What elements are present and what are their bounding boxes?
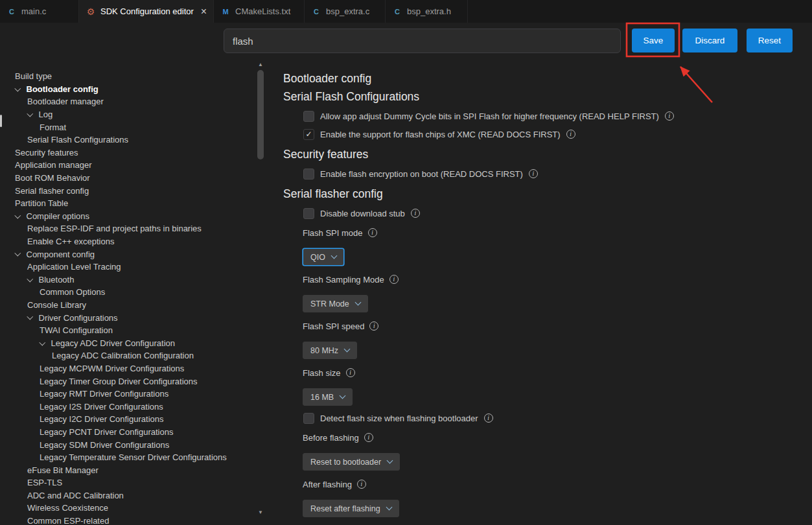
- tree-item-label: Legacy I2C Driver Configurations: [40, 414, 163, 424]
- dropdown-80-mhz[interactable]: 80 MHz: [303, 342, 357, 359]
- info-icon[interactable]: i: [529, 169, 538, 178]
- tree-item-label: Compiler options: [27, 211, 90, 221]
- dropdown-reset-after-flashing[interactable]: Reset after flashing: [303, 500, 399, 517]
- tree-item-label: eFuse Bit Manager: [27, 465, 99, 475]
- sidebar-item-security-features[interactable]: Security features: [0, 146, 254, 159]
- sidebar-item-adc-and-adc-calibration[interactable]: ADC and ADC Calibration: [0, 489, 254, 502]
- tab-main-c[interactable]: Cmain.c: [0, 0, 79, 23]
- tree-item-label: Serial flasher config: [15, 186, 89, 196]
- sidebar-item-compiler-options[interactable]: Compiler options: [0, 210, 254, 223]
- sidebar-item-log[interactable]: Log: [0, 108, 254, 121]
- sidebar-item-replace-esp-idf-and-project-paths-in-binaries[interactable]: Replace ESP-IDF and project paths in bin…: [0, 222, 254, 235]
- dropdown-qio[interactable]: QIO: [303, 248, 344, 266]
- sidebar-item-legacy-sdm-driver-configurations[interactable]: Legacy SDM Driver Configurations: [0, 438, 254, 451]
- dropdown-16-mb[interactable]: 16 MB: [303, 388, 353, 406]
- checkbox-allow-app-adjust-dummy-cycle-bits-in-spi-flash-for-higher-frequency-read-help-first[interactable]: [303, 111, 314, 122]
- checkbox-enable-the-support-for-flash-chips-of-xmc-read-docs-first[interactable]: ✓: [303, 129, 314, 140]
- info-icon[interactable]: i: [369, 321, 378, 331]
- discard-button[interactable]: Discard: [682, 29, 737, 52]
- close-icon[interactable]: ×: [201, 6, 207, 17]
- dropdown-str-mode[interactable]: STR Mode: [303, 295, 368, 312]
- chevron-down-icon[interactable]: [27, 275, 33, 281]
- tree-item-label: Bootloader manager: [27, 97, 104, 106]
- chevron-down-icon[interactable]: [40, 339, 45, 345]
- sidebar-item-common-esp-related[interactable]: Common ESP-related: [0, 515, 254, 525]
- checkbox-detect-flash-size-when-flashing-bootloader[interactable]: [303, 413, 314, 424]
- sidebar-item-bootloader-manager[interactable]: Bootloader manager: [0, 95, 254, 108]
- field-label-flash-size: Flash size: [303, 368, 341, 378]
- sidebar-item-twai-configuration[interactable]: TWAI Configuration: [0, 324, 254, 337]
- info-icon[interactable]: i: [364, 433, 373, 442]
- checkbox-label: Allow app adjust Dummy Cycle bits in SPI…: [320, 111, 659, 121]
- tab-bsp-extra-c[interactable]: Cbsp_extra.c: [305, 0, 386, 23]
- sidebar-item-component-config[interactable]: Component config: [0, 248, 254, 261]
- info-icon[interactable]: i: [346, 368, 355, 377]
- sidebar-item-legacy-i2c-driver-configurations[interactable]: Legacy I2C Driver Configurations: [0, 413, 254, 426]
- info-icon[interactable]: i: [368, 228, 377, 237]
- sidebar-item-bootloader-config[interactable]: Bootloader config: [0, 83, 254, 96]
- dropdown-value: Reset to bootloader: [310, 458, 381, 467]
- tab-sdk-configuration-editor[interactable]: ⚙︎SDK Configuration editor×: [79, 0, 214, 23]
- checkbox-enable-flash-encryption-on-boot-read-docs-first[interactable]: [303, 169, 314, 180]
- info-icon[interactable]: i: [484, 414, 493, 423]
- sidebar-item-legacy-i2s-driver-configurations[interactable]: Legacy I2S Driver Configurations: [0, 400, 254, 413]
- sidebar-item-driver-configurations[interactable]: Driver Configurations: [0, 311, 254, 324]
- sidebar-item-format[interactable]: Format: [0, 121, 254, 134]
- tree-item-label: Build type: [15, 71, 52, 81]
- sidebar-item-legacy-rmt-driver-configurations[interactable]: Legacy RMT Driver Configurations: [0, 388, 254, 401]
- info-icon[interactable]: i: [566, 130, 575, 139]
- chevron-down-icon[interactable]: [15, 250, 21, 256]
- sidebar-item-legacy-pcnt-driver-configurations[interactable]: Legacy PCNT Driver Configurations: [0, 426, 254, 439]
- info-icon[interactable]: i: [389, 275, 399, 284]
- sidebar-item-serial-flasher-config[interactable]: Serial flasher config: [0, 184, 254, 197]
- sidebar-item-efuse-bit-manager[interactable]: eFuse Bit Manager: [0, 463, 254, 476]
- config-form: Bootloader configSerial Flash Configurat…: [283, 62, 812, 525]
- tab-cmakelists-txt[interactable]: MCMakeLists.txt: [214, 0, 305, 23]
- sidebar-item-bluetooth[interactable]: Bluetooth: [0, 274, 254, 286]
- sidebar-item-legacy-timer-group-driver-configurations[interactable]: Legacy Timer Group Driver Configurations: [0, 375, 254, 388]
- save-button[interactable]: Save: [632, 29, 675, 52]
- dropdown-value: QIO: [310, 253, 325, 262]
- sidebar-item-serial-flash-configurations[interactable]: Serial Flash Configurations: [0, 134, 254, 146]
- sidebar-item-build-type[interactable]: Build type: [0, 70, 254, 83]
- chevron-down-icon[interactable]: [15, 212, 21, 218]
- dropdown-reset-to-bootloader[interactable]: Reset to bootloader: [303, 453, 400, 471]
- sidebar-item-legacy-adc-calibration-configuration[interactable]: Legacy ADC Calibration Configuration: [0, 349, 254, 362]
- tree-item-label: Legacy ADC Calibration Configuration: [52, 351, 194, 360]
- chevron-down-icon[interactable]: [27, 110, 33, 116]
- tree-item-label: Legacy MCPWM Driver Configurations: [40, 364, 184, 373]
- checkbox-disable-download-stub[interactable]: [303, 208, 314, 219]
- sidebar-item-legacy-temperature-sensor-driver-configurations[interactable]: Legacy Temperature Sensor Driver Configu…: [0, 451, 254, 464]
- sidebar-item-boot-rom-behavior[interactable]: Boot ROM Behavior: [0, 172, 254, 185]
- reset-button[interactable]: Reset: [747, 29, 793, 52]
- field-label-row: Flash SPI modei: [303, 228, 812, 238]
- sidebar-item-partition-table[interactable]: Partition Table: [0, 197, 254, 210]
- scroll-down-icon[interactable]: ▼: [257, 509, 264, 516]
- search-input[interactable]: [224, 29, 621, 53]
- sidebar-item-legacy-mcpwm-driver-configurations[interactable]: Legacy MCPWM Driver Configurations: [0, 362, 254, 375]
- sidebar-item-enable-c-exceptions[interactable]: Enable C++ exceptions: [0, 235, 254, 248]
- tree-item-label: TWAI Configuration: [40, 325, 113, 335]
- tree-item-label: Legacy Temperature Sensor Driver Configu…: [40, 452, 227, 462]
- sidebar-item-legacy-adc-driver-configuration[interactable]: Legacy ADC Driver Configuration: [0, 336, 254, 349]
- field-label-flash-spi-mode: Flash SPI mode: [303, 228, 363, 238]
- sidebar-item-common-options[interactable]: Common Options: [0, 286, 254, 299]
- sidebar-item-console-library[interactable]: Console Library: [0, 299, 254, 312]
- info-icon[interactable]: i: [357, 480, 366, 489]
- sidebar-item-application-level-tracing[interactable]: Application Level Tracing: [0, 261, 254, 274]
- info-icon[interactable]: i: [411, 209, 420, 218]
- sidebar-item-application-manager[interactable]: Application manager: [0, 159, 254, 172]
- tab-bsp-extra-h[interactable]: Cbsp_extra.h: [386, 0, 468, 23]
- sidebar-item-wireless-coexistence[interactable]: Wireless Coexistence: [0, 502, 254, 515]
- chevron-down-icon[interactable]: [27, 314, 33, 320]
- tree-item-label: ADC and ADC Calibration: [27, 491, 124, 500]
- left-scroll-indicator: [0, 115, 2, 127]
- chevron-down-icon[interactable]: [15, 85, 21, 91]
- sidebar-item-esp-tls[interactable]: ESP-TLS: [0, 476, 254, 489]
- field-label-row: Flash Sampling Modei: [303, 274, 812, 285]
- c-file-icon: C: [311, 8, 321, 16]
- scrollbar-thumb[interactable]: [257, 70, 264, 159]
- scroll-up-icon[interactable]: ▲: [257, 62, 264, 68]
- info-icon[interactable]: i: [665, 111, 674, 121]
- tree-item-label: Format: [40, 122, 66, 132]
